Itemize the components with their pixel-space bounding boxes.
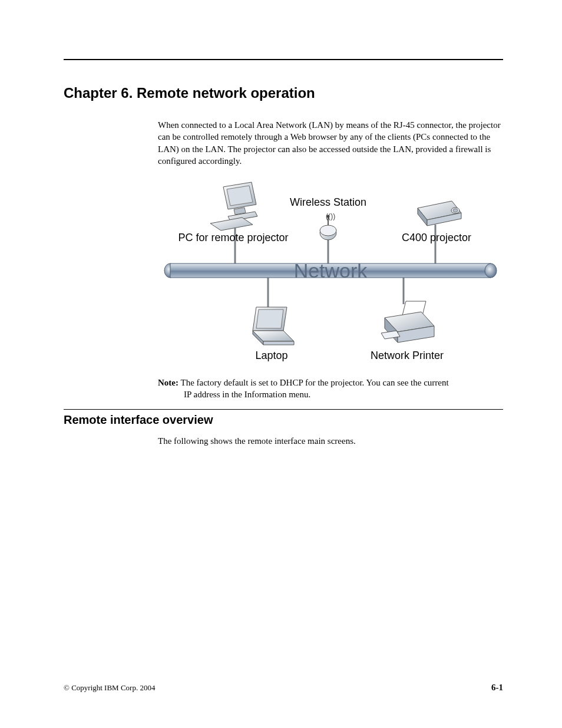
svg-marker-28 xyxy=(263,341,294,345)
printer-icon xyxy=(381,301,434,342)
network-label: Network xyxy=(294,259,368,282)
note-body-1: The factory default is set to DHCP for t… xyxy=(180,378,448,387)
page-number: 6-1 xyxy=(491,683,503,693)
section-para: The following shows the remote interface… xyxy=(158,435,503,447)
svg-point-18 xyxy=(320,225,336,236)
svg-marker-9 xyxy=(227,186,253,206)
wireless-icon: (( )) xyxy=(320,212,336,240)
section-rule xyxy=(64,409,503,410)
wireless-label: Wireless Station xyxy=(290,196,366,208)
svg-marker-12 xyxy=(210,218,253,230)
laptop-label: Laptop xyxy=(255,350,287,361)
section-heading: Remote interface overview xyxy=(64,413,503,427)
svg-point-23 xyxy=(453,209,458,212)
copyright-text: © Copyright IBM Corp. 2004 xyxy=(64,683,155,693)
top-rule xyxy=(64,59,503,60)
note-label: Note: xyxy=(158,378,178,387)
note-block: Note: The factory default is set to DHCP… xyxy=(158,377,503,401)
svg-marker-25 xyxy=(256,309,283,328)
chapter-title: Chapter 6. Remote network operation xyxy=(64,85,503,101)
svg-point-7 xyxy=(485,263,497,278)
projector-label: C400 projector xyxy=(402,232,471,243)
laptop-icon xyxy=(253,307,294,345)
chapter-intro: When connected to a Local Area Network (… xyxy=(158,119,503,167)
page-footer: © Copyright IBM Corp. 2004 6-1 xyxy=(64,683,503,693)
pc-label: PC for remote projector xyxy=(178,232,288,243)
network-diagram: Network PC for remote projector (( )) Wi… xyxy=(158,177,503,366)
network-diagram-svg: Network PC for remote projector (( )) Wi… xyxy=(160,177,501,366)
pc-icon xyxy=(210,182,257,230)
projector-icon xyxy=(418,201,461,226)
note-body-2: IP address in the Information menu. xyxy=(184,388,503,400)
printer-label: Network Printer xyxy=(371,350,444,361)
